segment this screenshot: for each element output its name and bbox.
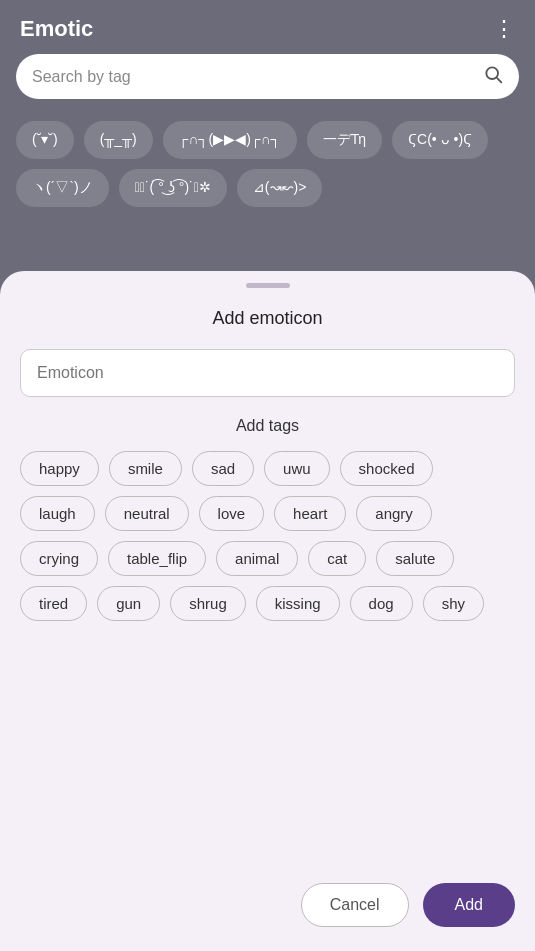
emoticon-chip[interactable]: (˘▾˘)	[16, 121, 74, 159]
emoticon-input[interactable]	[20, 349, 515, 397]
sheet-title: Add emoticon	[212, 308, 322, 329]
tag-chip[interactable]: kissing	[256, 586, 340, 621]
emoticon-chip[interactable]: ヽ(´▽`)ノ	[16, 169, 109, 207]
more-icon[interactable]: ⋮	[493, 16, 515, 42]
tag-chip[interactable]: dog	[350, 586, 413, 621]
emoticon-chip[interactable]: 一デΤη	[307, 121, 382, 159]
search-input[interactable]	[32, 68, 473, 86]
top-bar: Emotic ⋮	[0, 0, 535, 54]
tag-chip[interactable]: neutral	[105, 496, 189, 531]
emoticon-chip[interactable]: ✲ﾟ˙( ͡° ͜ʖ ͡°)˙ﾟ✲	[119, 169, 227, 207]
tag-chip[interactable]: uwu	[264, 451, 330, 486]
tag-chip[interactable]: angry	[356, 496, 432, 531]
tag-chip[interactable]: heart	[274, 496, 346, 531]
search-icon	[483, 64, 503, 89]
emoticon-chip[interactable]: ┌∩┐(▶▶◀)┌∩┐	[163, 121, 297, 159]
search-container	[0, 54, 535, 113]
tag-chip[interactable]: smile	[109, 451, 182, 486]
svg-line-1	[497, 78, 501, 82]
tag-chip[interactable]: love	[199, 496, 265, 531]
tag-chip[interactable]: shrug	[170, 586, 246, 621]
tag-chip[interactable]: table_flip	[108, 541, 206, 576]
emoticon-chip[interactable]: ⊿(↝↜)>	[237, 169, 323, 207]
tag-chip[interactable]: sad	[192, 451, 254, 486]
search-bar	[16, 54, 519, 99]
tag-chip[interactable]: shocked	[340, 451, 434, 486]
tag-chip[interactable]: laugh	[20, 496, 95, 531]
tags-container: happysmilesaduwushockedlaughneutralloveh…	[20, 451, 515, 621]
tag-chip[interactable]: shy	[423, 586, 484, 621]
tag-chip[interactable]: animal	[216, 541, 298, 576]
tag-chip[interactable]: salute	[376, 541, 454, 576]
tag-chip[interactable]: tired	[20, 586, 87, 621]
tag-chip[interactable]: happy	[20, 451, 99, 486]
app-title: Emotic	[20, 16, 93, 42]
bottom-buttons: Cancel Add	[20, 867, 515, 927]
tag-chip[interactable]: gun	[97, 586, 160, 621]
emoticon-chip[interactable]: (╥_╥)	[84, 121, 153, 159]
add-button[interactable]: Add	[423, 883, 515, 927]
drag-handle	[246, 283, 290, 288]
cancel-button[interactable]: Cancel	[301, 883, 409, 927]
tag-chip[interactable]: crying	[20, 541, 98, 576]
bottom-sheet: Add emoticon Add tags happysmilesaduwush…	[0, 271, 535, 951]
svg-point-0	[486, 67, 498, 79]
emoticon-chip[interactable]: ϚC(• ᴗ •)Ϛ	[392, 121, 488, 159]
tag-chip[interactable]: cat	[308, 541, 366, 576]
add-tags-label: Add tags	[236, 417, 299, 435]
emoticons-grid: (˘▾˘)(╥_╥)┌∩┐(▶▶◀)┌∩┐一デΤηϚC(• ᴗ •)Ϛヽ(´▽`…	[0, 113, 535, 223]
